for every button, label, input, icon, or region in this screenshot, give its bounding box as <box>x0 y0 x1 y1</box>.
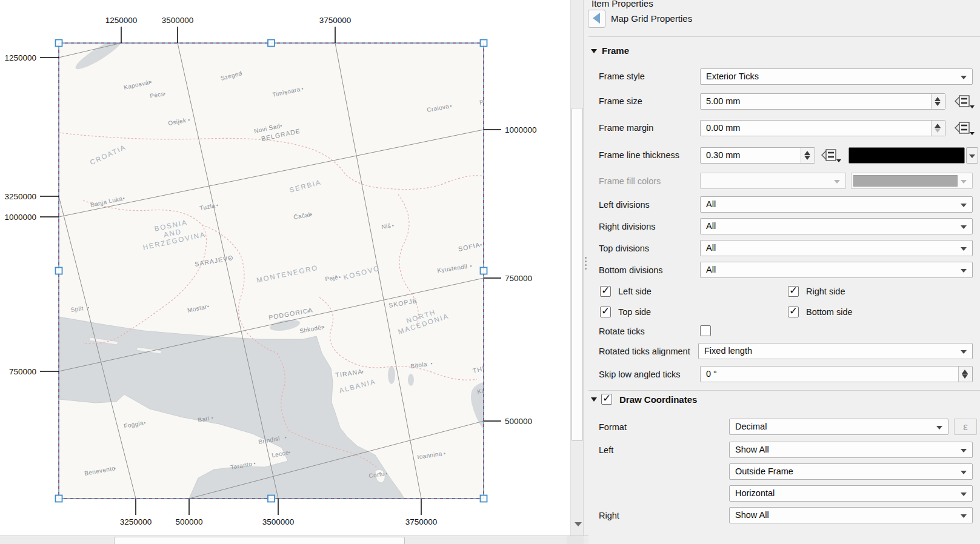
back-arrow-icon <box>593 13 600 24</box>
selection-handle[interactable] <box>56 40 62 47</box>
spin-down-icon[interactable] <box>804 156 810 160</box>
chevron-down-icon <box>961 247 967 251</box>
chevron-down-icon <box>969 154 975 158</box>
panel-title: Item Properties <box>592 0 653 8</box>
divider <box>588 36 980 37</box>
grid-tick-label: 1000000 <box>505 125 537 134</box>
coords-left-mode-select[interactable]: Show All <box>729 442 973 458</box>
grid-tick-label: 3500000 <box>162 16 194 25</box>
chevron-down-icon <box>834 180 840 184</box>
frame-margin-spinbox[interactable]: 0.00 mm <box>700 120 945 136</box>
collapse-arrow-icon[interactable] <box>591 397 597 402</box>
left-divisions-label: Left divisions <box>599 200 650 210</box>
rotate-ticks-checkbox[interactable]: ✓ <box>700 325 711 336</box>
grid-tick-label: 3250000 <box>120 517 152 526</box>
selection-handle[interactable] <box>481 40 487 47</box>
top-side-checkbox[interactable]: ✓ <box>600 307 611 317</box>
spin-up-icon[interactable] <box>804 151 810 155</box>
left-side-checkbox[interactable]: ✓ <box>600 286 611 297</box>
selection-handle[interactable] <box>56 268 62 274</box>
check-icon: ✓ <box>601 305 610 317</box>
rotate-ticks-label: Rotate ticks <box>599 327 645 336</box>
selection-handle[interactable] <box>56 496 62 502</box>
frame-fill-colors-label: Frame fill colors <box>599 176 661 186</box>
data-defined-icon <box>954 93 976 110</box>
frame-style-select[interactable]: Exterior Ticks <box>700 68 973 85</box>
chevron-down-icon <box>961 225 967 229</box>
bottom-side-checkbox[interactable]: ✓ <box>788 307 799 317</box>
grid-tick-label: 750000 <box>9 367 36 376</box>
spin-down-icon <box>935 128 941 133</box>
splitter-grip-dot <box>585 257 587 259</box>
frame-line-thickness-spinbox[interactable]: 0.30 mm <box>700 147 815 164</box>
grid-tick-label: 3750000 <box>319 16 352 25</box>
rotated-ticks-alignment-select[interactable]: Fixed length <box>698 343 973 359</box>
grid-tick-label: 1250000 <box>105 16 138 25</box>
frame-line-color-button[interactable] <box>848 147 965 164</box>
left-side-label: Left side <box>618 287 652 296</box>
city-label: Niš <box>381 222 392 230</box>
draw-coordinates-checkbox[interactable]: ✓ <box>601 394 612 405</box>
spin-up-icon[interactable] <box>935 97 941 101</box>
chevron-down-icon <box>961 180 967 184</box>
city-marker-dot <box>502 97 504 99</box>
scrollbar-corner <box>567 536 584 544</box>
data-defined-override-button[interactable] <box>954 93 976 110</box>
chevron-down-icon <box>961 204 967 207</box>
selection-handle[interactable] <box>481 496 487 502</box>
collapse-arrow-icon[interactable] <box>591 49 597 53</box>
left-divisions-select[interactable]: All <box>700 196 973 213</box>
spin-up-icon[interactable] <box>962 370 968 374</box>
map-item-content: CROATIASERBIABOSNIAANDHERZEGOVINAMONTENE… <box>59 39 526 499</box>
canvas-vertical-scrollbar-thumb[interactable] <box>572 108 583 441</box>
splitter-grip-dot <box>585 268 587 270</box>
coords-right-label: Right <box>599 511 619 520</box>
grid-tick-label: 500000 <box>175 517 202 526</box>
splitter-grip-dot <box>585 260 587 262</box>
frame-line-thickness-label: Frame line thickness <box>599 150 679 160</box>
splitter-grip-dot <box>585 264 587 266</box>
lake-prespa <box>408 374 414 386</box>
coords-right-mode-select[interactable]: Show All <box>729 507 973 523</box>
rotated-ticks-alignment-label: Rotated ticks alignment <box>599 347 690 356</box>
coords-left-placement-select[interactable]: Outside Frame <box>729 463 973 480</box>
draw-coordinates-section-title: Draw Coordinates <box>619 394 697 405</box>
data-defined-icon <box>821 147 842 164</box>
skip-low-angled-ticks-label: Skip low angled ticks <box>599 370 681 379</box>
layout-canvas[interactable]: CROATIASERBIABOSNIAANDHERZEGOVINAMONTENE… <box>0 0 570 536</box>
map-canvas-svg: CROATIASERBIABOSNIAANDHERZEGOVINAMONTENE… <box>0 0 570 536</box>
chevron-down-icon <box>936 426 942 430</box>
right-divisions-select[interactable]: All <box>700 218 973 234</box>
bottom-divisions-select[interactable]: All <box>700 262 973 278</box>
chevron-down-icon <box>961 493 967 496</box>
format-select[interactable]: Decimal <box>729 419 948 435</box>
spin-down-icon[interactable] <box>962 374 968 379</box>
coords-left-orientation-select[interactable]: Horizontal <box>729 485 973 502</box>
chevron-down-icon <box>961 449 967 453</box>
right-side-checkbox[interactable]: ✓ <box>788 286 799 297</box>
selection-handle[interactable] <box>268 496 275 502</box>
back-button[interactable] <box>588 10 605 28</box>
data-defined-override-button[interactable] <box>954 120 976 136</box>
scroll-down-arrow-icon[interactable] <box>575 522 582 526</box>
canvas-horizontal-scrollbar-thumb[interactable] <box>114 537 405 544</box>
selection-handle[interactable] <box>268 40 275 47</box>
frame-section-title: Frame <box>602 45 629 56</box>
frame-line-color-dropdown[interactable] <box>966 147 978 164</box>
frame-size-spinbox[interactable]: 5.00 mm <box>700 93 945 110</box>
expression-button: ε <box>954 419 977 435</box>
data-defined-icon <box>954 120 976 136</box>
selection-handle[interactable] <box>481 268 487 274</box>
right-divisions-label: Right divisions <box>599 222 656 231</box>
skip-low-angled-ticks-spinbox[interactable]: 0 ° <box>700 366 973 382</box>
spin-up-icon[interactable] <box>935 124 941 128</box>
data-defined-override-button[interactable] <box>821 147 842 164</box>
frame-fill-color2-select <box>851 173 973 189</box>
spin-down-icon[interactable] <box>935 102 941 106</box>
grid-tick-label: 500000 <box>505 417 532 426</box>
chevron-down-icon <box>961 471 967 474</box>
top-divisions-select[interactable]: All <box>700 240 973 256</box>
grid-tick-label: 750000 <box>505 274 532 283</box>
check-icon: ✓ <box>601 284 610 297</box>
check-icon: ✓ <box>789 284 798 297</box>
